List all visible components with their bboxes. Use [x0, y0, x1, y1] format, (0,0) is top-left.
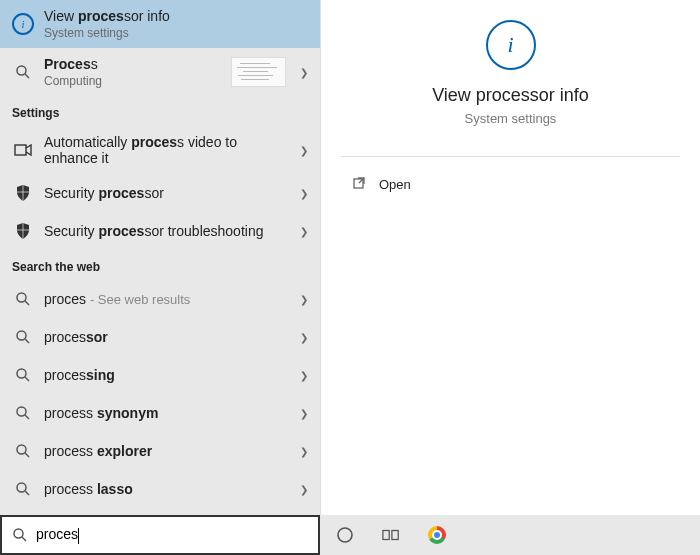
web-result-item[interactable]: processor❯: [0, 318, 320, 356]
svg-point-0: [17, 66, 26, 75]
svg-rect-22: [392, 531, 398, 540]
search-icon: [12, 527, 28, 543]
svg-line-6: [25, 339, 29, 343]
shield-icon: [12, 182, 34, 204]
task-view-icon[interactable]: [382, 526, 400, 544]
result-title: process explorer: [44, 443, 292, 459]
svg-rect-2: [15, 145, 26, 155]
video-icon: [12, 139, 34, 161]
chevron-right-icon: ❯: [300, 408, 308, 419]
settings-result-item[interactable]: Security processor troubleshooting❯: [0, 212, 320, 250]
svg-line-8: [25, 377, 29, 381]
svg-line-10: [25, 415, 29, 419]
result-title: processor: [44, 329, 292, 345]
result-title: Security processor troubleshooting: [44, 223, 292, 239]
chevron-right-icon: ❯: [300, 188, 308, 199]
search-icon: [12, 440, 34, 462]
result-title: Process: [44, 56, 231, 72]
result-title: View processor info: [44, 8, 308, 24]
open-action[interactable]: Open: [341, 169, 680, 199]
svg-line-1: [25, 74, 29, 78]
detail-panel: i View processor info System settings Op…: [320, 0, 700, 515]
settings-result-item[interactable]: Security processor❯: [0, 174, 320, 212]
search-results-panel: i View processor info System settings Pr…: [0, 0, 320, 515]
svg-point-18: [14, 529, 23, 538]
settings-result-item[interactable]: Automatically process video to enhance i…: [0, 126, 320, 174]
svg-line-19: [22, 537, 26, 541]
settings-section-label: Settings: [0, 96, 320, 126]
svg-point-20: [338, 528, 352, 542]
open-label: Open: [379, 177, 411, 192]
result-title: proces - See web results: [44, 291, 292, 307]
result-title: Automatically process video to enhance i…: [44, 134, 292, 166]
web-section-label: Search the web: [0, 250, 320, 280]
chevron-right-icon: ❯: [300, 294, 308, 305]
best-match-item[interactable]: i View processor info System settings: [0, 0, 320, 48]
svg-line-14: [25, 491, 29, 495]
chevron-right-icon: ❯: [300, 332, 308, 343]
chevron-right-icon: ❯: [300, 370, 308, 381]
open-icon: [351, 175, 369, 193]
result-title: processing: [44, 367, 292, 383]
info-icon: i: [12, 13, 34, 35]
search-icon: [12, 402, 34, 424]
detail-subtitle: System settings: [465, 111, 557, 126]
process-computing-item[interactable]: Process Computing ❯: [0, 48, 320, 96]
taskbar: proces: [0, 515, 700, 555]
cortana-icon[interactable]: [336, 526, 354, 544]
chevron-right-icon: ❯: [300, 446, 308, 457]
result-title: process lasso: [44, 481, 292, 497]
search-icon: [12, 61, 34, 83]
web-result-item[interactable]: proces - See web results❯: [0, 280, 320, 318]
chevron-right-icon: ❯: [300, 145, 308, 156]
result-title: Security processor: [44, 185, 292, 201]
result-subtitle: Computing: [44, 74, 231, 88]
result-title: process synonym: [44, 405, 292, 421]
svg-point-3: [17, 293, 26, 302]
shield-icon: [12, 220, 34, 242]
web-result-item[interactable]: process explorer❯: [0, 432, 320, 470]
search-icon: [12, 288, 34, 310]
svg-line-12: [25, 453, 29, 457]
result-thumbnail: [231, 57, 286, 87]
detail-title: View processor info: [432, 85, 589, 106]
svg-point-7: [17, 369, 26, 378]
web-result-item[interactable]: process lasso❯: [0, 470, 320, 508]
search-box[interactable]: proces: [0, 515, 320, 555]
result-subtitle: System settings: [44, 26, 308, 40]
web-result-item[interactable]: processing❯: [0, 356, 320, 394]
web-result-item[interactable]: process meaning❯: [0, 508, 320, 515]
svg-point-5: [17, 331, 26, 340]
svg-point-11: [17, 445, 26, 454]
chevron-right-icon: ❯: [300, 226, 308, 237]
svg-line-4: [25, 301, 29, 305]
search-icon: [12, 326, 34, 348]
search-icon: [12, 478, 34, 500]
info-icon: i: [486, 20, 536, 70]
svg-point-13: [17, 483, 26, 492]
web-result-item[interactable]: process synonym❯: [0, 394, 320, 432]
search-input[interactable]: proces: [36, 526, 308, 543]
chrome-icon[interactable]: [428, 526, 446, 544]
chevron-right-icon: ❯: [300, 67, 308, 78]
search-icon: [12, 364, 34, 386]
chevron-right-icon: ❯: [300, 484, 308, 495]
svg-rect-21: [383, 531, 389, 540]
svg-point-9: [17, 407, 26, 416]
